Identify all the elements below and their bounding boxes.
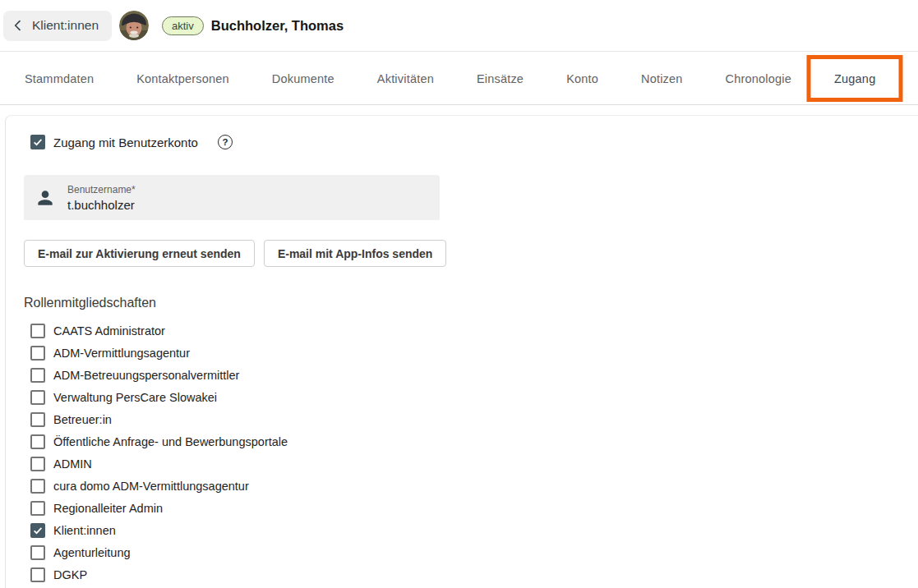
email-actions: E-mail zur Aktivierung erneut senden E-m… bbox=[24, 240, 918, 267]
roles-section-title: Rollenmitgliedschaften bbox=[24, 296, 918, 310]
role-row[interactable]: cura domo ADM-Vermittlungsagentur bbox=[24, 475, 918, 497]
role-row[interactable]: Öffentliche Anfrage- und Bewerbungsporta… bbox=[24, 430, 918, 452]
back-button[interactable]: Klient:innen bbox=[3, 11, 112, 41]
tab-label: Stammdaten bbox=[25, 72, 94, 85]
role-label: Öffentliche Anfrage- und Bewerbungsporta… bbox=[53, 435, 288, 448]
username-field-texts: Benutzername* t.buchholzer bbox=[67, 184, 136, 212]
role-row[interactable]: ADM-Vermittlungsagentur bbox=[24, 342, 918, 364]
role-checkbox[interactable] bbox=[30, 457, 45, 471]
role-checkbox[interactable] bbox=[30, 346, 45, 361]
username-field-label: Benutzername* bbox=[67, 184, 136, 195]
tab-aktivit-ten[interactable]: Aktivitäten bbox=[377, 53, 434, 104]
role-row[interactable]: Klient:innen bbox=[24, 519, 918, 541]
role-label: ADM-Vermittlungsagentur bbox=[53, 347, 190, 360]
tab-kontaktpersonen[interactable]: Kontaktpersonen bbox=[136, 53, 229, 104]
role-row[interactable]: Regionalleiter Admin bbox=[24, 497, 918, 519]
role-row[interactable]: Verwaltung PersCare Slowakei bbox=[24, 386, 918, 408]
person-icon bbox=[35, 187, 56, 209]
role-label: ADMIN bbox=[53, 457, 92, 471]
back-button-label: Klient:innen bbox=[32, 18, 99, 33]
role-checkbox[interactable] bbox=[30, 390, 45, 405]
role-checkbox[interactable] bbox=[30, 434, 45, 449]
username-field[interactable]: Benutzername* t.buchholzer bbox=[24, 175, 440, 220]
role-checkbox[interactable] bbox=[30, 545, 45, 560]
role-row[interactable]: DGKP bbox=[24, 563, 918, 586]
role-checkbox[interactable] bbox=[30, 479, 45, 494]
role-checkbox[interactable] bbox=[30, 412, 45, 427]
role-label: ADM-Betreuungspersonalvermittler bbox=[53, 369, 239, 382]
tab-label: Chronologie bbox=[726, 72, 791, 85]
chevron-left-icon bbox=[12, 19, 25, 32]
role-label: Regionalleiter Admin bbox=[53, 502, 163, 515]
role-row[interactable]: CAATS Administrator bbox=[24, 319, 918, 342]
role-checkbox[interactable] bbox=[30, 567, 45, 582]
tab-label: Aktivitäten bbox=[377, 72, 434, 85]
role-label: Klient:innen bbox=[53, 524, 116, 537]
role-row[interactable]: Betreuer:in bbox=[24, 408, 918, 430]
status-badge: aktiv bbox=[162, 16, 204, 35]
role-checkbox[interactable] bbox=[30, 501, 45, 516]
help-icon[interactable]: ? bbox=[218, 135, 233, 149]
role-row[interactable]: ADM-Betreuungspersonalvermittler bbox=[24, 364, 918, 386]
tab-label: Dokumente bbox=[272, 72, 334, 85]
role-label: CAATS Administrator bbox=[53, 324, 165, 338]
resend-activation-email-button[interactable]: E-mail zur Aktivierung erneut senden bbox=[24, 240, 255, 267]
tab-notizen[interactable]: Notizen bbox=[641, 53, 683, 104]
role-row[interactable]: ADMIN bbox=[24, 452, 918, 475]
tab-label: Konto bbox=[566, 72, 598, 85]
role-checkbox[interactable] bbox=[30, 523, 45, 538]
account-access-label: Zugang mit Benutzerkonto bbox=[53, 136, 198, 149]
username-field-value: t.buchholzer bbox=[67, 198, 136, 212]
zugang-panel: Zugang mit Benutzerkonto ? Benutzername*… bbox=[5, 115, 918, 588]
send-app-info-email-button[interactable]: E-mail mit App-Infos senden bbox=[264, 240, 447, 267]
tab-bar: Stammdaten Kontaktpersonen Dokumente Akt… bbox=[0, 53, 918, 105]
role-label: Verwaltung PersCare Slowakei bbox=[53, 391, 217, 404]
role-label: Agenturleitung bbox=[53, 546, 131, 559]
avatar bbox=[119, 11, 149, 40]
check-icon bbox=[32, 525, 44, 536]
role-label: DGKP bbox=[53, 568, 87, 581]
avatar-photo-icon bbox=[119, 11, 149, 40]
role-checkbox[interactable] bbox=[30, 368, 45, 383]
tab-label: Einsätze bbox=[477, 72, 524, 85]
tab-label: Zugang bbox=[834, 72, 875, 85]
role-row[interactable]: Agenturleitung bbox=[24, 541, 918, 563]
role-checkbox[interactable] bbox=[30, 324, 45, 338]
page-header: Klient:innen aktiv Buchholzer, Thomas bbox=[0, 0, 918, 52]
tab-eins-tze[interactable]: Einsätze bbox=[477, 53, 524, 104]
account-access-checkbox[interactable] bbox=[30, 135, 45, 149]
tab-label: Kontaktpersonen bbox=[136, 72, 229, 85]
page-title: Buchholzer, Thomas bbox=[211, 18, 344, 34]
tab-zugang[interactable]: Zugang bbox=[834, 53, 875, 104]
tab-dokumente[interactable]: Dokumente bbox=[272, 53, 334, 104]
check-icon bbox=[32, 136, 44, 148]
role-label: cura domo ADM-Vermittlungsagentur bbox=[53, 480, 249, 493]
tab-stammdaten[interactable]: Stammdaten bbox=[25, 53, 94, 104]
tab-chronologie[interactable]: Chronologie bbox=[726, 53, 791, 104]
roles-list: CAATS Administrator ADM-Vermittlungsagen… bbox=[24, 319, 918, 586]
tab-label: Notizen bbox=[641, 72, 683, 85]
account-access-row: Zugang mit Benutzerkonto ? bbox=[24, 135, 918, 149]
tab-konto[interactable]: Konto bbox=[566, 53, 598, 104]
role-label: Betreuer:in bbox=[53, 413, 112, 426]
